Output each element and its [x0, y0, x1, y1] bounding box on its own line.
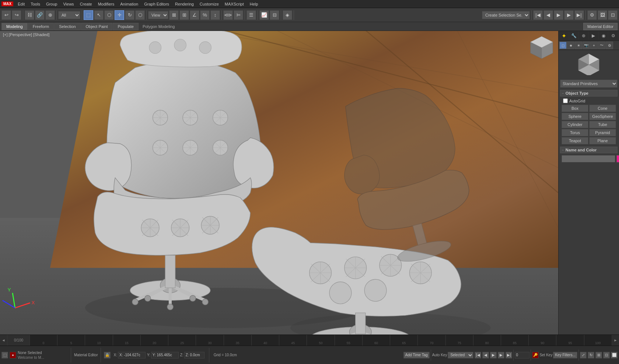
percent-snap-button[interactable]: % — [200, 10, 210, 20]
select-region-button[interactable]: ↖ — [94, 10, 104, 20]
menu-views[interactable]: Views — [60, 1, 77, 7]
rp-icon-shapes[interactable]: ★ — [567, 42, 574, 49]
timeline-ruler[interactable]: 0 5 10 15 20 25 30 35 40 45 50 55 60 65 … — [29, 335, 612, 346]
last-frame-btn[interactable]: ▶| — [506, 352, 512, 358]
rp-tab-create[interactable]: ✦ — [559, 32, 569, 40]
layer-button[interactable]: ☰ — [246, 10, 256, 20]
x-coord-input[interactable]: X: -104.627c — [118, 352, 146, 358]
anim-prev-button[interactable]: ◀ — [543, 10, 553, 20]
rotate-button[interactable]: ↻ — [125, 10, 134, 20]
obj-btn-geosphere[interactable]: GeoSphere — [589, 113, 616, 120]
obj-btn-teapot[interactable]: Teapot — [562, 137, 588, 144]
obj-btn-box[interactable]: Box — [562, 105, 588, 112]
rp-icon-systems[interactable]: ⚙ — [606, 42, 613, 49]
object-name-input[interactable] — [562, 155, 615, 162]
tab-object-paint[interactable]: Object Paint — [81, 23, 113, 30]
menu-graph-editors[interactable]: Graph Editors — [141, 1, 172, 7]
y-coord-input[interactable]: Y: 165.465c — [151, 352, 179, 358]
add-time-tag-btn[interactable]: Add Time Tag — [403, 352, 430, 358]
spinner-snap-button[interactable]: ↕ — [210, 10, 220, 20]
obj-btn-sphere[interactable]: Sphere — [562, 113, 588, 120]
obj-btn-cone[interactable]: Cone — [589, 105, 616, 112]
auto-key-dropdown[interactable]: Selected — [448, 352, 473, 358]
angle-snap-button[interactable]: ∠ — [190, 10, 199, 20]
next-frame-btn[interactable]: ▶ — [498, 352, 504, 358]
menu-group[interactable]: Group — [43, 1, 60, 7]
menu-create[interactable]: Create — [77, 1, 95, 7]
anim-first-button[interactable]: |◀ — [533, 10, 543, 20]
bind-button[interactable]: ⊕ — [45, 10, 55, 20]
rp-icon-helpers[interactable]: + — [590, 42, 598, 49]
obj-btn-cylinder[interactable]: Cylinder — [562, 121, 588, 128]
window-crossing-button[interactable]: ⬡ — [104, 10, 114, 20]
link-button[interactable]: ⛓ — [25, 10, 34, 20]
play-btn[interactable]: ▶ — [490, 352, 497, 358]
rp-tab-hierarchy[interactable]: ⊕ — [579, 32, 589, 40]
nav-cube[interactable] — [529, 35, 555, 60]
rendered-frame-button[interactable]: ⊡ — [608, 10, 618, 20]
material-editor-quick-btn[interactable]: Material Editor — [583, 23, 618, 30]
vp-zoom-extents-btn[interactable]: ⊡ — [603, 352, 610, 358]
snap-2d-button[interactable]: ⊠ — [169, 10, 179, 20]
tab-selection[interactable]: Selection — [54, 23, 80, 30]
viewport[interactable]: [+] [Perspective] [Shaded] — [0, 31, 558, 335]
status-icon-2[interactable]: ● — [10, 352, 16, 358]
rp-tab-motion[interactable]: ▶ — [589, 32, 599, 40]
menu-help[interactable]: Help — [247, 1, 261, 7]
rp-tab-utilities[interactable]: ⚙ — [608, 32, 618, 40]
menu-animation[interactable]: Animation — [117, 1, 141, 7]
mode-dropdown[interactable]: All — [58, 11, 80, 19]
key-filters-btn[interactable]: Key Filters... — [553, 352, 577, 358]
obj-btn-pyramid[interactable]: Pyramid — [589, 129, 616, 136]
color-swatch[interactable] — [616, 155, 619, 162]
anim-next-button[interactable]: ▶ — [564, 10, 574, 20]
render-setup-button[interactable]: ⚙ — [587, 10, 597, 20]
vp-pan-btn[interactable]: ⤢ — [580, 352, 587, 358]
rp-icon-cameras[interactable]: 📷 — [583, 42, 590, 49]
tab-modeling[interactable]: Modeling — [1, 23, 28, 30]
name-color-header[interactable]: − Name and Color — [560, 147, 618, 153]
rp-icon-lights[interactable]: ☀ — [575, 42, 582, 49]
menu-maxscript[interactable]: MAXScript — [222, 1, 247, 7]
z-coord-input[interactable]: Z: 0.0cm — [184, 352, 204, 358]
obj-btn-plane[interactable]: Plane — [589, 137, 616, 144]
rp-icon-geometry[interactable]: ◻ — [559, 42, 567, 49]
vp-zoom-btn[interactable]: ⊞ — [595, 352, 602, 358]
status-icon-1[interactable]: ⬚ — [1, 352, 8, 358]
undo-button[interactable]: ↩ — [1, 10, 11, 20]
view-dropdown[interactable]: View — [148, 11, 168, 19]
material-editor-button[interactable]: ◈ — [283, 10, 292, 20]
obj-btn-tube[interactable]: Tube — [589, 121, 616, 128]
curve-editor-button[interactable]: 📈 — [259, 10, 269, 20]
render-button[interactable]: 🖼 — [598, 10, 607, 20]
tab-freeform[interactable]: Freeform — [28, 23, 54, 30]
scale-button[interactable]: ⬡ — [135, 10, 145, 20]
set-key-btn[interactable]: 🔑 — [532, 352, 539, 358]
prev-frame-btn[interactable]: ◀ — [482, 352, 489, 358]
rp-icon-spacewarps[interactable]: 〜 — [598, 42, 605, 49]
create-selection-dropdown[interactable]: Create Selection Se... — [482, 11, 530, 19]
menu-customize[interactable]: Customize — [197, 1, 222, 7]
mirror-button[interactable]: ⊲⊳ — [223, 10, 233, 20]
vp-orbit-btn[interactable]: ↻ — [588, 352, 594, 358]
select-button[interactable]: ⬚ — [84, 10, 93, 20]
align-button[interactable]: ⊨ — [234, 10, 243, 20]
timeline-arrow-right[interactable]: ► — [612, 335, 619, 346]
lock-icon-btn[interactable]: 🔒 — [104, 352, 111, 358]
first-frame-btn[interactable]: |◀ — [475, 352, 481, 358]
vp-maximize-btn[interactable]: ⬜ — [611, 352, 618, 358]
tab-populate[interactable]: Populate — [113, 23, 138, 30]
anim-play-button[interactable]: ▶ — [554, 10, 563, 20]
object-type-header[interactable]: − Object Type — [560, 90, 618, 97]
schematic-button[interactable]: ⊟ — [270, 10, 279, 20]
rp-tab-modify[interactable]: 🔧 — [569, 32, 579, 40]
move-button[interactable]: ✛ — [115, 10, 124, 20]
menu-rendering[interactable]: Rendering — [172, 1, 197, 7]
menu-tools[interactable]: Tools — [28, 1, 43, 7]
redo-button[interactable]: ↪ — [12, 10, 21, 20]
menu-modifiers[interactable]: Modifiers — [95, 1, 118, 7]
menu-edit[interactable]: Edit — [15, 1, 28, 7]
unlink-button[interactable]: 🔗 — [35, 10, 45, 20]
autogrid-checkbox[interactable] — [563, 98, 568, 103]
obj-btn-torus[interactable]: Torus — [562, 129, 588, 136]
